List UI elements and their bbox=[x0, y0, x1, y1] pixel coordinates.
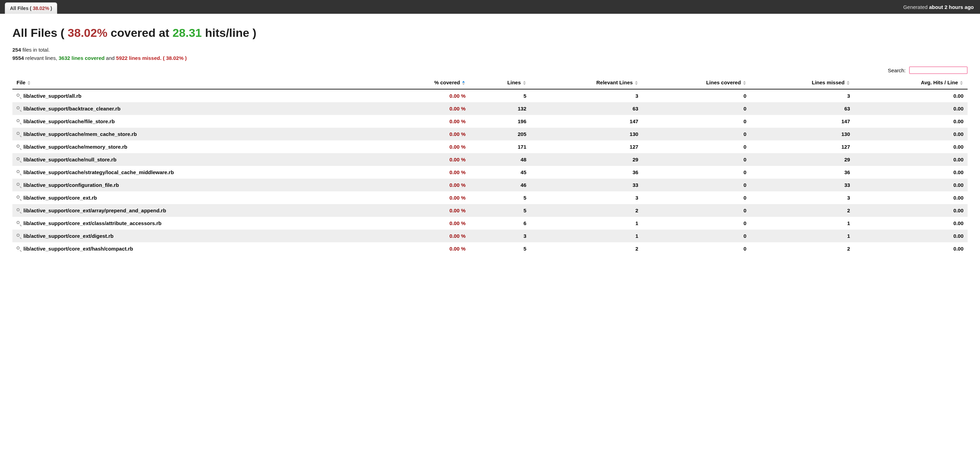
magnifier-icon[interactable] bbox=[16, 106, 21, 111]
summary-files: 254 files in total. bbox=[13, 46, 967, 54]
table-row: lib/active_support/core_ext.rb0.00 %5303… bbox=[13, 191, 967, 204]
file-path: lib/active_support/cache/strategy/local_… bbox=[24, 169, 174, 175]
cell-lines-missed: 1 bbox=[751, 230, 854, 242]
cell-lines: 3 bbox=[470, 230, 530, 242]
magnifier-icon[interactable] bbox=[16, 94, 21, 98]
cell-lines: 132 bbox=[470, 102, 530, 115]
file-path: lib/active_support/cache/null_store.rb bbox=[24, 157, 116, 162]
cell-file[interactable]: lib/active_support/cache/memory_store.rb bbox=[13, 140, 382, 153]
cell-lines-covered: 0 bbox=[643, 140, 751, 153]
cell-lines: 48 bbox=[470, 153, 530, 166]
cell-lines: 5 bbox=[470, 242, 530, 255]
col-relevant-lines[interactable]: Relevant Lines bbox=[531, 76, 643, 89]
file-path: lib/active_support/configuration_file.rb bbox=[24, 182, 119, 188]
cell-relevant-lines: 36 bbox=[531, 166, 643, 179]
title-suffix: hits/line ) bbox=[202, 26, 256, 39]
magnifier-icon[interactable] bbox=[16, 246, 21, 251]
magnifier-icon[interactable] bbox=[16, 119, 21, 124]
cell-pct-covered: 0.00 % bbox=[382, 115, 470, 128]
magnifier-icon[interactable] bbox=[16, 157, 21, 162]
cell-lines-missed: 1 bbox=[751, 217, 854, 230]
cell-relevant-lines: 29 bbox=[531, 153, 643, 166]
cell-file[interactable]: lib/active_support/backtrace_cleaner.rb bbox=[13, 102, 382, 115]
col-file[interactable]: File bbox=[13, 76, 382, 89]
col-avg-hits[interactable]: Avg. Hits / Line bbox=[854, 76, 967, 89]
sort-icon bbox=[635, 81, 638, 85]
cell-file[interactable]: lib/active_support/core_ext/hash/compact… bbox=[13, 242, 382, 255]
cell-relevant-lines: 147 bbox=[531, 115, 643, 128]
magnifier-icon[interactable] bbox=[16, 132, 21, 136]
table-row: lib/active_support/core_ext/hash/compact… bbox=[13, 242, 967, 255]
cell-file[interactable]: lib/active_support/core_ext/class/attrib… bbox=[13, 217, 382, 230]
cell-lines-missed: 127 bbox=[751, 140, 854, 153]
magnifier-icon[interactable] bbox=[16, 170, 21, 175]
table-row: lib/active_support/configuration_file.rb… bbox=[13, 179, 967, 191]
cell-file[interactable]: lib/active_support/core_ext.rb bbox=[13, 191, 382, 204]
title-prefix: All Files ( bbox=[13, 26, 68, 39]
cell-file[interactable]: lib/active_support/cache/mem_cache_store… bbox=[13, 128, 382, 140]
table-head: File % covered Lines Relevant Lines Line… bbox=[13, 76, 967, 89]
cell-pct-covered: 0.00 % bbox=[382, 191, 470, 204]
table-body: lib/active_support/all.rb0.00 %53030.00l… bbox=[13, 89, 967, 255]
cell-pct-covered: 0.00 % bbox=[382, 179, 470, 191]
magnifier-icon[interactable] bbox=[16, 195, 21, 200]
cell-lines-missed: 2 bbox=[751, 242, 854, 255]
cell-lines: 5 bbox=[470, 191, 530, 204]
cell-avg-hits: 0.00 bbox=[854, 230, 967, 242]
magnifier-icon[interactable] bbox=[16, 208, 21, 213]
cell-pct-covered: 0.00 % bbox=[382, 217, 470, 230]
summary-and: and bbox=[105, 55, 116, 61]
table-row: lib/active_support/core_ext/digest.rb0.0… bbox=[13, 230, 967, 242]
cell-file[interactable]: lib/active_support/cache/null_store.rb bbox=[13, 153, 382, 166]
tab-pct: 38.02% bbox=[33, 5, 49, 11]
cell-file[interactable]: lib/active_support/cache/strategy/local_… bbox=[13, 166, 382, 179]
col-lines[interactable]: Lines bbox=[470, 76, 530, 89]
cell-lines-covered: 0 bbox=[643, 166, 751, 179]
file-path: lib/active_support/cache/mem_cache_store… bbox=[24, 131, 137, 137]
magnifier-icon[interactable] bbox=[16, 221, 21, 226]
col-pct-covered[interactable]: % covered bbox=[382, 76, 470, 89]
sort-icon bbox=[27, 81, 31, 85]
cell-lines-covered: 0 bbox=[643, 217, 751, 230]
cell-avg-hits: 0.00 bbox=[854, 204, 967, 217]
cell-lines-missed: 29 bbox=[751, 153, 854, 166]
col-lines-covered[interactable]: Lines covered bbox=[643, 76, 751, 89]
summary-missed: 5922 lines missed. bbox=[116, 55, 162, 61]
magnifier-icon[interactable] bbox=[16, 144, 21, 149]
sort-icon bbox=[523, 81, 527, 85]
cell-relevant-lines: 1 bbox=[531, 217, 643, 230]
cell-file[interactable]: lib/active_support/cache/file_store.rb bbox=[13, 115, 382, 128]
search-input[interactable] bbox=[909, 67, 967, 74]
title-mid: covered at bbox=[107, 26, 172, 39]
cell-lines-missed: 3 bbox=[751, 191, 854, 204]
cell-avg-hits: 0.00 bbox=[854, 128, 967, 140]
cell-relevant-lines: 2 bbox=[531, 204, 643, 217]
cell-file[interactable]: lib/active_support/configuration_file.rb bbox=[13, 179, 382, 191]
magnifier-icon[interactable] bbox=[16, 234, 21, 238]
cell-relevant-lines: 127 bbox=[531, 140, 643, 153]
cell-pct-covered: 0.00 % bbox=[382, 166, 470, 179]
file-path: lib/active_support/core_ext.rb bbox=[24, 195, 97, 201]
sort-icon bbox=[462, 81, 466, 85]
table-row: lib/active_support/core_ext/class/attrib… bbox=[13, 217, 967, 230]
cell-lines-covered: 0 bbox=[643, 102, 751, 115]
cell-lines-missed: 36 bbox=[751, 166, 854, 179]
cell-avg-hits: 0.00 bbox=[854, 191, 967, 204]
generated-timestamp: Generated about 2 hours ago bbox=[903, 4, 975, 10]
cell-lines: 5 bbox=[470, 89, 530, 102]
sort-icon bbox=[960, 81, 964, 85]
cell-lines-missed: 3 bbox=[751, 89, 854, 102]
magnifier-icon[interactable] bbox=[16, 183, 21, 187]
cell-avg-hits: 0.00 bbox=[854, 89, 967, 102]
sort-icon bbox=[743, 81, 746, 85]
cell-file[interactable]: lib/active_support/core_ext/digest.rb bbox=[13, 230, 382, 242]
summary-file-count: 254 bbox=[13, 47, 21, 53]
cell-relevant-lines: 3 bbox=[531, 89, 643, 102]
cell-file[interactable]: lib/active_support/core_ext/array/prepen… bbox=[13, 204, 382, 217]
tab-all-files[interactable]: All Files ( 38.02% ) bbox=[5, 2, 57, 14]
summary-relevant-text: relevant lines, bbox=[24, 55, 59, 61]
col-lines-missed[interactable]: Lines missed bbox=[751, 76, 854, 89]
file-path: lib/active_support/core_ext/class/attrib… bbox=[24, 220, 162, 226]
cell-file[interactable]: lib/active_support/all.rb bbox=[13, 89, 382, 102]
cell-lines: 6 bbox=[470, 217, 530, 230]
